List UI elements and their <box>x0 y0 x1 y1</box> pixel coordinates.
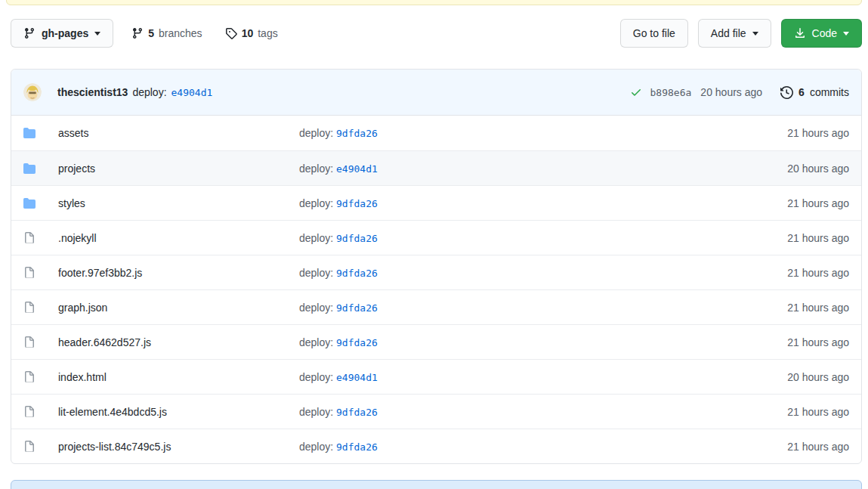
row-commit-hash-link[interactable]: 9dfda26 <box>336 441 378 453</box>
row-commit-hash-link[interactable]: 9dfda26 <box>336 302 378 314</box>
commit-meta: b898e6a 20 hours ago 6 commits <box>630 86 849 99</box>
folder-icon <box>23 162 36 175</box>
commit-message-cell: deploy: 9dfda26 <box>299 302 721 314</box>
row-commit-message-link[interactable]: deploy: <box>299 441 333 453</box>
row-commit-message-link[interactable]: deploy: <box>299 232 333 244</box>
check-icon[interactable] <box>630 86 642 98</box>
file-type-icon-cell <box>23 232 58 244</box>
latest-commit-bar: thescientist13 deploy: e4904d1 b898e6a 2… <box>11 70 861 116</box>
row-commit-message-link[interactable]: deploy: <box>299 267 333 279</box>
file-name-link[interactable]: .nojekyll <box>58 232 97 244</box>
file-type-icon-cell <box>23 371 58 383</box>
file-commit-time: 21 hours ago <box>721 302 849 314</box>
triangle-down-icon <box>752 32 758 36</box>
commits-count: 6 <box>798 86 805 98</box>
row-commit-hash-link[interactable]: 9dfda26 <box>336 407 378 418</box>
file-commit-time: 20 hours ago <box>721 162 849 175</box>
git-branch-icon <box>23 27 36 39</box>
tags-count: 10 <box>242 27 254 39</box>
code-button[interactable]: Code <box>781 19 862 48</box>
file-name-link[interactable]: footer.97ef3bb2.js <box>58 267 142 279</box>
row-commit-hash-link[interactable]: 9dfda26 <box>336 337 378 348</box>
file-commit-time: 20 hours ago <box>721 371 849 383</box>
file-type-icon-cell <box>23 267 58 279</box>
file-type-icon-cell <box>23 406 58 418</box>
file-name-link[interactable]: assets <box>58 127 88 139</box>
file-commit-time: 21 hours ago <box>721 267 849 279</box>
file-name-link[interactable]: header.6462d527.js <box>58 336 151 348</box>
row-commit-hash-link[interactable]: 9dfda26 <box>336 233 378 244</box>
file-row: graph.json deploy: 9dfda26 21 hours ago <box>11 289 861 324</box>
row-commit-hash-link[interactable]: e4904d1 <box>336 372 378 383</box>
file-commit-time: 21 hours ago <box>721 441 849 453</box>
commit-message-cell: deploy: 9dfda26 <box>299 197 721 209</box>
file-row: projects-list.84c749c5.js deploy: 9dfda2… <box>11 429 861 463</box>
add-file-button[interactable]: Add file <box>698 19 771 48</box>
tag-icon <box>225 27 237 39</box>
file-commit-time: 21 hours ago <box>721 406 849 418</box>
file-row: header.6462d527.js deploy: 9dfda26 21 ho… <box>11 324 861 359</box>
file-name-link[interactable]: styles <box>58 197 85 209</box>
row-commit-message-link[interactable]: deploy: <box>299 162 333 175</box>
avatar[interactable] <box>23 83 42 101</box>
row-commit-hash-link[interactable]: 9dfda26 <box>336 268 378 279</box>
branch-selector-button[interactable]: gh-pages <box>11 19 113 48</box>
tags-link[interactable]: 10 tags <box>225 27 278 39</box>
row-commit-hash-link[interactable]: 9dfda26 <box>336 128 378 139</box>
commit-message-link[interactable]: deploy: <box>132 86 166 98</box>
history-icon <box>780 86 793 99</box>
commit-message-cell: deploy: 9dfda26 <box>299 232 721 244</box>
file-name-link[interactable]: projects <box>58 162 95 175</box>
go-to-file-button[interactable]: Go to file <box>620 19 688 48</box>
row-commit-message-link[interactable]: deploy: <box>299 127 333 139</box>
row-commit-message-link[interactable]: deploy: <box>299 336 333 348</box>
file-type-icon-cell <box>23 162 58 175</box>
commit-time: 20 hours ago <box>700 86 762 98</box>
file-icon <box>23 406 36 418</box>
row-commit-hash-link[interactable]: 9dfda26 <box>336 198 378 209</box>
row-commit-message-link[interactable]: deploy: <box>299 371 333 383</box>
row-commit-hash-link[interactable]: e4904d1 <box>336 163 378 175</box>
row-commit-message-link[interactable]: deploy: <box>299 197 333 209</box>
tags-label: tags <box>258 27 277 39</box>
file-row: projects deploy: e4904d1 20 hours ago <box>11 150 861 185</box>
commit-message-cell: deploy: 9dfda26 <box>299 406 721 418</box>
current-branch-label: gh-pages <box>42 27 88 39</box>
notice-banner <box>11 480 862 489</box>
commit-message-hash-link[interactable]: e4904d1 <box>171 87 213 98</box>
file-commit-time: 21 hours ago <box>721 127 849 139</box>
repo-counts: 5 branches 10 tags <box>131 27 277 39</box>
file-commit-time: 21 hours ago <box>721 232 849 244</box>
file-icon <box>23 336 36 348</box>
add-file-label: Add file <box>711 27 746 39</box>
file-row: assets deploy: 9dfda26 21 hours ago <box>11 116 861 150</box>
folder-icon <box>23 127 36 139</box>
file-name-link[interactable]: projects-list.84c749c5.js <box>58 441 171 453</box>
file-row: lit-element.4e4bdcd5.js deploy: 9dfda26 … <box>11 394 861 429</box>
commit-message-cell: deploy: 9dfda26 <box>299 441 721 453</box>
file-row: footer.97ef3bb2.js deploy: 9dfda26 21 ho… <box>11 255 861 289</box>
file-row: index.html deploy: e4904d1 20 hours ago <box>11 359 861 394</box>
file-name-link[interactable]: graph.json <box>58 302 107 314</box>
commit-message-cell: deploy: 9dfda26 <box>299 336 721 348</box>
file-icon <box>23 371 36 383</box>
commits-history-link[interactable]: 6 commits <box>780 86 849 99</box>
file-type-icon-cell <box>23 127 58 139</box>
head-commit-hash[interactable]: b898e6a <box>650 87 692 98</box>
repo-toolbar: gh-pages 5 branches 10 tags Go to file <box>11 18 862 48</box>
commit-author-link[interactable]: thescientist13 <box>57 86 128 98</box>
row-commit-message-link[interactable]: deploy: <box>299 406 333 418</box>
row-commit-message-link[interactable]: deploy: <box>299 302 333 314</box>
commit-message-cell: deploy: 9dfda26 <box>299 127 721 139</box>
file-name-link[interactable]: index.html <box>58 371 107 383</box>
download-icon <box>794 27 806 39</box>
file-name-link[interactable]: lit-element.4e4bdcd5.js <box>58 406 167 418</box>
commit-message-cell: deploy: 9dfda26 <box>299 267 721 279</box>
folder-icon <box>23 197 36 209</box>
git-branch-icon <box>131 27 144 39</box>
file-type-icon-cell <box>23 441 58 453</box>
commit-message-cell: deploy: e4904d1 <box>299 162 721 175</box>
branches-link[interactable]: 5 branches <box>131 27 202 39</box>
file-row: .nojekyll deploy: 9dfda26 21 hours ago <box>11 220 861 255</box>
branches-count: 5 <box>148 27 154 39</box>
